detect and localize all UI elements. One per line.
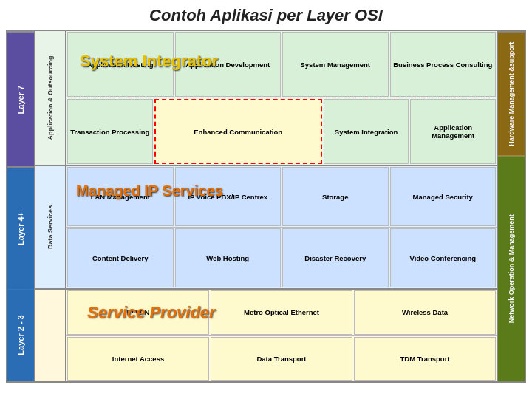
page: Contoh Aplikasi per Layer OSI Layer 7 La…: [0, 0, 532, 399]
cell-disaster-rec: Disaster Recovery: [282, 228, 389, 287]
cell-enhanced: Enhanced Communication: [154, 99, 322, 164]
cell-ip-voice: IP Voice PBX/IP Centrex: [175, 167, 282, 226]
right-labels: Hardware Management &support Network Ope…: [497, 31, 525, 381]
cell-storage: Storage: [282, 167, 389, 226]
sublabel-col-23: [35, 290, 66, 381]
net-op-label: Network Operation & Management: [498, 156, 525, 381]
sublabel-col-7: Application & Outsourcing: [35, 31, 66, 165]
row-layer7: Application & Outsourcing System Integra…: [35, 31, 497, 166]
hw-label: Hardware Management &support: [498, 31, 525, 156]
top-cells-23: IP VPN Metro Optical Ethernet Wireless D…: [66, 290, 497, 335]
content-area: Application & Outsourcing System Integra…: [35, 31, 497, 381]
bot-cells-4: Content Delivery Web Hosting Disaster Re…: [66, 228, 497, 288]
layer23-label: Layer 2 - 3: [7, 290, 34, 381]
sublabel-data-services: Data Services: [35, 166, 65, 288]
cell-video-conf: Video Conferencing: [390, 228, 497, 287]
sublabel-app-outsourcing: Application & Outsourcing: [35, 31, 65, 165]
cell-wireless-data: Wireless Data: [354, 290, 496, 334]
left-labels: Layer 7 Layer 4+ Layer 2 - 3: [7, 31, 35, 381]
cell-sys-int: System Integration: [324, 99, 409, 164]
top-cells-4: LAN Management IP Voice PBX/IP Centrex S…: [66, 166, 497, 228]
cell-ip-vpn: IP VPN: [67, 290, 209, 334]
cell-tdm-transport: TDM Transport: [354, 337, 496, 381]
cell-sys-mgmt: System Management: [282, 32, 389, 97]
main-container: Layer 7 Layer 4+ Layer 2 - 3 Application…: [6, 30, 526, 383]
cell-app-hosting: Application Hosting: [67, 32, 174, 97]
cell-biz-process: Business Process Consulting: [390, 32, 497, 97]
cells-col-4: Managed IP Services LAN Management IP Vo…: [66, 166, 497, 288]
bot-cells-7: Transaction Processing Enhanced Communic…: [66, 98, 497, 165]
page-title: Contoh Aplikasi per Layer OSI: [6, 6, 526, 25]
cell-lan-mgmt: LAN Management: [67, 167, 174, 226]
cell-app-mgmt: Application Management: [410, 99, 496, 164]
top-cells-7: Application Hosting Application Developm…: [66, 31, 497, 98]
cell-data-transport: Data Transport: [211, 337, 352, 381]
cells-col-7: System Integrator Application Hosting Ap…: [66, 31, 497, 165]
layer4-label: Layer 4+: [7, 166, 34, 290]
layer7-label: Layer 7: [7, 31, 34, 166]
cells-col-23: Service Provider IP VPN Metro Optical Et…: [66, 290, 497, 381]
row-layer23: Service Provider IP VPN Metro Optical Et…: [35, 290, 497, 381]
sublabel-col-4: Data Services: [35, 166, 66, 288]
cell-txn-proc: Transaction Processing: [67, 99, 153, 164]
cell-internet-access: Internet Access: [67, 337, 209, 381]
cell-web-host: Web Hosting: [175, 228, 282, 287]
cell-app-dev: Application Development: [175, 32, 282, 97]
cell-metro-optical: Metro Optical Ethernet: [211, 290, 352, 334]
row-layer4: Data Services Managed IP Services LAN Ma…: [35, 166, 497, 290]
cell-managed-sec: Managed Security: [390, 167, 497, 226]
cell-content-del: Content Delivery: [67, 228, 174, 287]
bot-cells-23: Internet Access Data Transport TDM Trans…: [66, 336, 497, 381]
